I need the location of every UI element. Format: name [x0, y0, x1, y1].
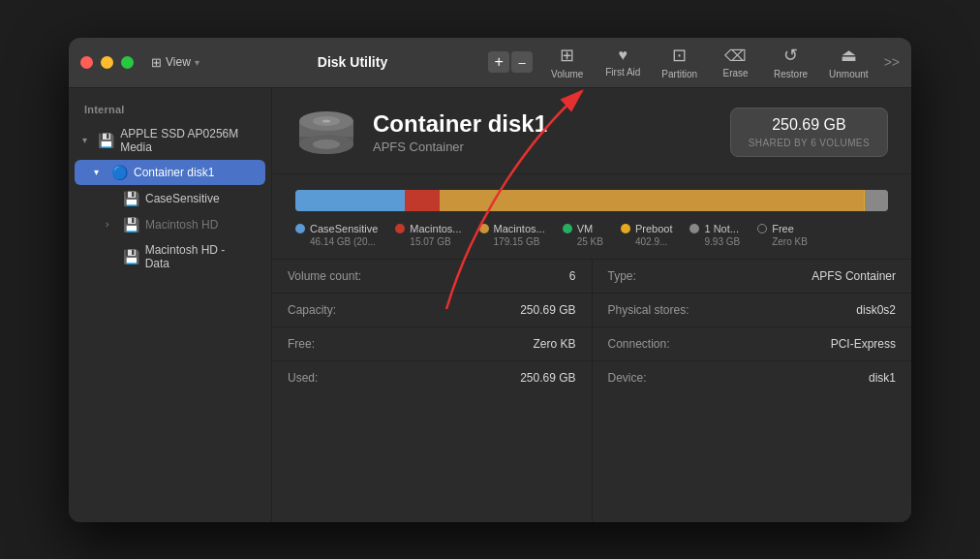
remove-button[interactable]: – — [511, 51, 533, 73]
info-value: Zero KB — [533, 337, 575, 351]
main-content: Internal ▾ 💾 APPLE SSD AP0256M Media ▾ 🔵… — [69, 88, 911, 522]
info-key: Type: — [608, 269, 636, 283]
storage-bar-section: CaseSensitive46.14 GB (20...Macintos...1… — [272, 174, 911, 260]
sidebar-item-container-disk1[interactable]: ▾ 🔵 Container disk1 — [75, 160, 265, 185]
info-key: Device: — [608, 371, 647, 385]
info-row: Physical stores:disk0s2 — [593, 294, 912, 327]
svg-point-4 — [322, 119, 330, 122]
bar-segment-macintosh_hd — [440, 190, 863, 211]
restore-icon: ↺ — [783, 45, 798, 66]
close-button[interactable] — [80, 56, 93, 69]
svg-point-7 — [313, 140, 340, 149]
add-button[interactable]: + — [488, 51, 509, 73]
disk-subtitle: APFS Container — [373, 140, 715, 154]
first-aid-icon: ♥ — [619, 47, 628, 64]
app-title: Disk Utility — [318, 54, 387, 70]
erase-button[interactable]: ⌫ Erase — [709, 43, 762, 82]
legend-size: 9.93 GB — [689, 236, 740, 247]
legend-item: VM25 KB — [563, 223, 603, 247]
legend-item: Macintos...179.15 GB — [479, 223, 545, 247]
disk-svg — [295, 108, 357, 158]
bar-segment-case_sensitive — [295, 190, 405, 211]
chevron-icon: › — [106, 219, 117, 230]
info-value: 250.69 GB — [520, 371, 575, 385]
unmount-button[interactable]: ⏏ Unmount — [819, 41, 878, 83]
toolbar-actions: + – ⊞ Volume ♥ First Aid ⊡ Partition ⌫ — [488, 41, 900, 83]
legend-dot — [295, 224, 305, 233]
legend-row: CaseSensitive46.14 GB (20...Macintos...1… — [295, 223, 888, 247]
more-button[interactable]: >> — [884, 54, 900, 70]
disk-info: Container disk1 APFS Container — [373, 110, 715, 155]
legend-name: Preboot — [635, 223, 673, 234]
legend-name: 1 Not... — [704, 223, 738, 234]
legend-item: Preboot402.9... — [621, 223, 673, 247]
view-button[interactable]: ⊞ View ▾ — [145, 51, 205, 74]
detail-pane: Container disk1 APFS Container 250.69 GB… — [272, 88, 911, 522]
titlebar: ⊞ View ▾ Disk Utility + – ⊞ Volume ♥ — [69, 38, 911, 88]
legend-item: 1 Not...9.93 GB — [689, 223, 740, 247]
partition-icon: ⊡ — [672, 45, 687, 66]
legend-size: Zero KB — [757, 236, 808, 247]
volume-button[interactable]: ⊞ Volume — [540, 41, 594, 83]
disk-icon: 💾 — [98, 133, 114, 148]
restore-button[interactable]: ↺ Restore — [764, 41, 817, 83]
legend-size: 179.15 GB — [479, 236, 540, 247]
storage-bar — [295, 190, 888, 211]
first-aid-button[interactable]: ♥ First Aid — [596, 43, 650, 81]
info-row: Type:APFS Container — [593, 260, 912, 294]
legend-name: Free — [772, 223, 794, 234]
sidebar-item-apple-ssd[interactable]: ▾ 💾 APPLE SSD AP0256M Media — [75, 122, 265, 159]
info-key: Free: — [288, 337, 315, 351]
disk-name: Container disk1 — [373, 110, 715, 139]
info-key: Physical stores: — [608, 303, 689, 317]
maximize-button[interactable] — [121, 56, 134, 69]
info-key: Capacity: — [288, 303, 336, 317]
sidebar-item-macintosh-hd[interactable]: › 💾 Macintosh HD — [75, 212, 265, 237]
legend-name: CaseSensitive — [310, 223, 378, 234]
sidebar-item-case-sensitive[interactable]: 💾 CaseSensitive — [75, 186, 265, 211]
legend-size: 402.9... — [621, 236, 667, 247]
sidebar-section-internal: Internal — [69, 100, 271, 121]
info-value: 250.69 GB — [520, 303, 575, 317]
disk-image — [295, 108, 357, 158]
info-value: disk0s2 — [856, 303, 896, 317]
legend-item: CaseSensitive46.14 GB (20... — [295, 223, 378, 247]
partition-button[interactable]: ⊡ Partition — [652, 41, 707, 83]
legend-name: VM — [577, 223, 594, 234]
volume-icon: 💾 — [123, 249, 139, 264]
sidebar: Internal ▾ 💾 APPLE SSD AP0256M Media ▾ 🔵… — [69, 88, 272, 522]
volume-icon: 💾 — [123, 191, 139, 206]
legend-dot — [479, 224, 489, 233]
main-window: ⊞ View ▾ Disk Utility + – ⊞ Volume ♥ — [69, 38, 911, 522]
info-col-right: Type:APFS ContainerPhysical stores:disk0… — [593, 260, 912, 522]
unmount-icon: ⏏ — [841, 45, 857, 66]
info-col-left: Volume count:6Capacity:250.69 GBFree:Zer… — [272, 260, 593, 522]
info-value: disk1 — [869, 371, 896, 385]
info-value: PCI-Express — [831, 337, 896, 351]
legend-dot — [563, 224, 572, 233]
info-key: Connection: — [608, 337, 670, 351]
info-row: Connection:PCI-Express — [593, 327, 912, 361]
legend-item: FreeZero KB — [757, 223, 808, 247]
info-value: 6 — [569, 269, 576, 283]
volume-icon: ⊞ — [560, 45, 574, 66]
disk-icon: 💾 — [123, 217, 139, 233]
add-remove-group: + – — [488, 51, 533, 73]
legend-dot — [757, 224, 767, 233]
chevron-icon: ▾ — [82, 135, 92, 145]
info-row: Used:250.69 GB — [272, 361, 592, 394]
erase-icon: ⌫ — [724, 47, 747, 65]
bar-segment-not_used — [865, 190, 888, 211]
info-value: APFS Container — [812, 269, 896, 283]
legend-name: Macintos... — [410, 223, 461, 234]
title-center: Disk Utility — [217, 54, 488, 70]
chevron-icon: ▾ — [94, 167, 106, 177]
sidebar-item-macintosh-hd-data[interactable]: 💾 Macintosh HD - Data — [75, 238, 265, 275]
minimize-button[interactable] — [101, 56, 113, 69]
traffic-lights — [80, 56, 134, 69]
disk-size-badge: 250.69 GB SHARED BY 6 VOLUMES — [730, 108, 888, 157]
legend-size: 46.14 GB (20... — [295, 236, 376, 247]
legend-dot — [395, 224, 405, 233]
disk-header: Container disk1 APFS Container 250.69 GB… — [272, 88, 911, 174]
info-row: Volume count:6 — [272, 260, 592, 294]
